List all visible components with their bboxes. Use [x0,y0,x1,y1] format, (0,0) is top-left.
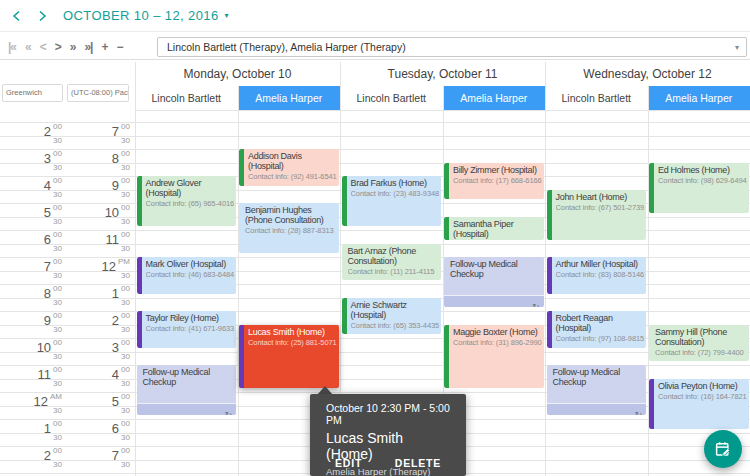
appointment[interactable]: Follow-up Medical Checkup↻ [547,365,647,415]
resource-filter-value: Lincoln Bartlett (Therapy), Amelia Harpe… [167,41,406,53]
step-forward-icon[interactable]: > [55,41,61,53]
time-label: 300 [0,149,62,163]
appointment-title: Follow-up Medical Checkup [450,259,542,279]
toolbar: |««<>»»|+− Lincoln Bartlett (Therapy), A… [0,33,750,60]
time-label: 1100 [65,230,130,244]
appointment[interactable]: Brad Farkus (Home)Contact info: (23) 483… [342,176,442,226]
appointment-contact: Contact info: (16) 164-7821 [658,392,747,401]
tooltip-actions: EDIT DELETE [310,449,466,476]
timezone-select-right[interactable]: (UTC-08:00) Pacific Time [67,84,129,102]
time-label: 30 [65,433,130,447]
time-label: 30 [0,379,62,393]
appointment-contact: Contact info: (41) 671-9633 [146,324,235,333]
appointment[interactable]: Billy Zimmer (Hospital)Contact info: (17… [444,163,544,200]
appointment-contact: Contact info: (83) 808-5146 [556,270,645,279]
appointment[interactable]: Samantha Piper (Hospital)Contact info: (… [444,217,544,240]
appointment-contact: Contact info: (31) 896-2990 [453,338,542,347]
appointment[interactable]: Sammy Hill (Phone Consultation)Contact i… [649,325,749,362]
resource-header[interactable]: Lincoln Bartlett (Therapy) [340,86,443,110]
resource-header[interactable]: Amelia Harper (Therapy) [648,86,750,110]
appointment-contact: Contact info: (97) 108-9815 [556,334,645,343]
appointment[interactable]: Follow-up Medical Checkup↻ [137,365,237,415]
time-label: 30 [0,271,62,285]
appointment[interactable]: John Heart (Home)Contact info: (67) 501-… [547,190,647,240]
resource-header[interactable]: Lincoln Bartlett (Therapy) [135,86,238,110]
zoom-in-icon[interactable]: + [101,41,107,53]
goto-last-icon[interactable]: »| [84,41,92,53]
recurrence-icon: ↻ [634,410,642,415]
date-range-title[interactable]: OCTOBER 10 – 12, 2016 [63,8,219,23]
appointment[interactable]: Robert Reagan (Hospital)Contact info: (9… [547,311,647,348]
time-label: 30 [65,460,130,474]
goto-first-icon[interactable]: |« [8,41,16,53]
appointment-title: Maggie Boxter (Home) [453,327,542,337]
appointment[interactable]: Lucas Smith (Home)Contact info: (25) 881… [239,325,339,389]
resource-header[interactable]: Amelia Harper (Therapy) [238,86,341,110]
recurring-strip: ↻ [137,403,237,415]
time-label: 30 [0,406,62,420]
appointment[interactable]: Andrew Glover (Hospital)Contact info: (6… [137,176,237,226]
resource-accent-bar [239,325,244,389]
appointment-title: Robert Reagan (Hospital) [556,313,645,333]
appointment[interactable]: Olivia Peyton (Home)Contact info: (16) 1… [649,379,749,429]
appointment-title: Andrew Glover (Hospital) [146,178,235,198]
title-bar: OCTOBER 10 – 12, 2016 ▾ [0,0,750,32]
chevron-left-icon[interactable] [9,8,25,24]
appointment[interactable]: Addison Davis (Hospital)Contact info: (9… [239,149,339,186]
time-label: 30 [65,379,130,393]
appointment-contact: Contact info: (67) 501-2739 [556,203,645,212]
time-label: 100 [0,419,62,433]
fast-backward-icon[interactable]: « [25,41,31,53]
appointment-title: John Heart (Home) [556,192,645,202]
appointment-contact: Contact info: (46) 683-6484 [146,270,235,279]
appointment-title: Brad Farkus (Home) [351,178,440,188]
time-label: 30 [65,136,130,150]
timezone-select-left[interactable]: Greenwich [2,84,63,102]
time-label: 200 [0,122,62,136]
delete-button[interactable]: DELETE [395,457,441,469]
day-header: Monday, October 10 [135,62,340,86]
appointment-title: Arnie Schwartz (Hospital) [351,300,440,320]
appointment[interactable]: Benjamin Hughes (Phone Consultation)Cont… [239,203,339,253]
appointment-title: Arthur Miller (Hospital) [556,259,645,269]
appointment-tooltip: October 10 2:30 PM - 5:00 PM Lucas Smith… [310,394,466,476]
time-label: 600 [65,419,130,433]
appointment-title: Taylor Riley (Home) [146,313,235,323]
step-backward-icon[interactable]: < [40,41,46,53]
appointment[interactable]: Bart Arnaz (Phone Consultation)Contact i… [342,244,442,281]
appointment[interactable]: Follow-up Medical Checkup↻ [444,257,544,307]
time-label: 30 [65,190,130,204]
appointment[interactable]: Taylor Riley (Home)Contact info: (41) 67… [137,311,237,348]
appointment-title: Samantha Piper (Hospital) [453,219,542,239]
scheduler-app: OCTOBER 10 – 12, 2016 ▾ |««<>»»|+− Linco… [0,0,750,476]
resource-accent-bar [649,379,654,429]
time-label: 30 [65,217,130,231]
appointment[interactable]: Arnie Schwartz (Hospital)Contact info: (… [342,298,442,335]
edit-button[interactable]: EDIT [335,457,362,469]
appointment-title: Sammy Hill (Phone Consultation) [655,327,747,347]
resource-accent-bar [342,298,347,335]
appointment[interactable]: Ed Holmes (Home)Contact info: (98) 629-6… [649,163,749,213]
resource-header[interactable]: Lincoln Bartlett (Therapy) [545,86,648,110]
tooltip-time: October 10 2:30 PM - 5:00 PM [310,402,466,426]
time-label: 1100 [0,365,62,379]
time-label: 30 [65,244,130,258]
appointment[interactable]: Arthur Miller (Hospital)Contact info: (8… [547,257,647,294]
appointment[interactable]: Mark Oliver (Hospital)Contact info: (46)… [137,257,237,294]
time-label: 12AM [0,392,62,406]
zoom-out-icon[interactable]: − [116,41,122,53]
pager-controls: |««<>»»|+− [8,33,123,60]
resource-header[interactable]: Amelia Harper (Therapy) [443,86,546,110]
resource-accent-bar [444,217,449,240]
time-label: 500 [0,203,62,217]
time-label: 30 [65,298,130,312]
appointment[interactable]: Maggie Boxter (Home)Contact info: (31) 8… [444,325,544,389]
date-dropdown-caret-icon[interactable]: ▾ [225,11,229,20]
time-label: 100 [65,284,130,298]
fast-forward-icon[interactable]: » [70,41,76,53]
resource-filter-select[interactable]: Lincoln Bartlett (Therapy), Amelia Harpe… [157,37,747,57]
appointment-contact: Contact info: (92) 491-6541 [248,172,337,181]
chevron-right-icon[interactable] [34,8,50,24]
appointment-title: Benjamin Hughes (Phone Consultation) [245,205,337,225]
add-appointment-fab[interactable] [704,430,742,468]
